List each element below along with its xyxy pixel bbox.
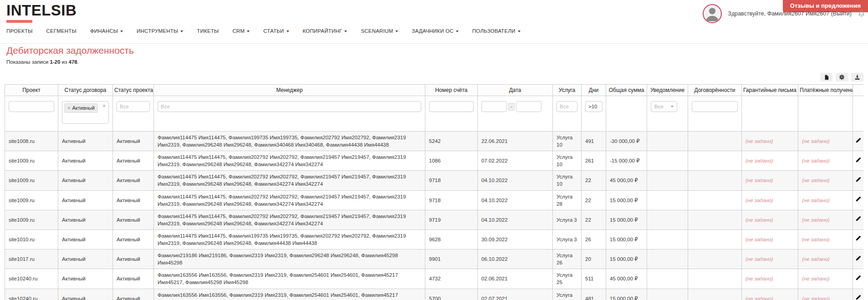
invoice-cell: 5242 [425, 132, 478, 151]
pencil-icon [855, 275, 861, 281]
warranty-cell[interactable]: (не задано) [742, 132, 798, 151]
col-header-manager[interactable]: Менеджер [154, 85, 425, 96]
nav-item-taskbooks-os[interactable]: ЗАДАЧНИКИ ОС [412, 28, 459, 34]
col-header-project[interactable]: Проект [5, 85, 58, 96]
nav-item-tickets[interactable]: ТИКЕТЫ [197, 28, 219, 34]
warranty-cell[interactable]: (не задано) [742, 171, 798, 190]
warranty-cell[interactable]: (не задано) [742, 229, 798, 249]
payments-cell[interactable]: (не задано) [798, 229, 853, 249]
service-filter-input[interactable] [557, 101, 577, 112]
payments-cell[interactable]: (не задано) [798, 269, 853, 289]
edit-action-cell[interactable] [853, 269, 864, 289]
nav-item-users[interactable]: ПОЛЬЗОВАТЕЛИ [472, 28, 521, 34]
clear-filter-icon[interactable]: × [102, 102, 106, 110]
project-cell: site1009.ru [5, 171, 58, 190]
edit-action-cell[interactable] [853, 210, 864, 229]
nav-item-crm[interactable]: CRM [232, 28, 250, 34]
chevron-down-icon [344, 31, 347, 32]
agreements-filter-input[interactable] [692, 101, 738, 112]
payments-cell[interactable]: (не задано) [798, 171, 853, 190]
payments-cell[interactable]: (не задано) [798, 190, 853, 210]
nav-item-segments[interactable]: СЕГМЕНТЫ [46, 28, 77, 34]
col-header-service[interactable]: Услуга [553, 85, 582, 96]
edit-action-cell[interactable] [853, 190, 864, 210]
payments-cell[interactable]: (не задано) [798, 249, 853, 269]
col-header-days[interactable]: Дни [582, 85, 606, 96]
project-filter-input[interactable] [9, 101, 54, 112]
project-status-cell: Активный [113, 210, 154, 229]
avatar[interactable] [703, 4, 722, 23]
total-cell: 15 000,00 ₽ [606, 289, 647, 300]
days-cell: 511 [582, 269, 606, 289]
edit-action-cell[interactable] [853, 151, 864, 171]
nav-item-finances[interactable]: ФИНАНСЫ [90, 28, 123, 34]
export-button[interactable] [851, 73, 863, 81]
manager-cell: Фамилия114475 Имя114475, Фамилия202792 И… [154, 190, 425, 210]
logout-link[interactable]: (Выйти) [831, 10, 852, 17]
document-button[interactable] [820, 73, 832, 81]
days-filter-input[interactable] [585, 101, 602, 112]
notifications-bell[interactable] [858, 10, 865, 18]
receivables-table: Проект Статус договора Статус проекта Ме… [5, 84, 863, 300]
bell-icon [858, 10, 865, 18]
settings-button[interactable] [836, 73, 848, 81]
manager-filter-input[interactable] [158, 101, 421, 112]
date-cell: 02.07.2021 [478, 289, 553, 300]
export-icon [854, 74, 860, 80]
agreements-filter-cell [688, 96, 742, 132]
notification-filter-select[interactable]: Все [651, 101, 677, 112]
payments-cell[interactable]: (не задано) [798, 151, 853, 171]
remove-tag-icon[interactable]: × [67, 105, 70, 112]
total-cell: 15 000,00 ₽ [606, 249, 647, 269]
table-row: site1017.ru Активный Активный Фамилия219… [5, 249, 864, 269]
col-header-date[interactable]: Дата [478, 85, 553, 96]
nav-item-scenarium[interactable]: SCENARIUM [361, 28, 398, 34]
payments-cell[interactable]: (не задано) [798, 289, 853, 300]
contract-status-filter[interactable]: ×Активный × [62, 101, 109, 124]
date-filter-cell: - [478, 96, 553, 132]
agreements-cell [688, 190, 742, 210]
edit-action-cell[interactable] [853, 249, 864, 269]
edit-action-cell[interactable] [853, 171, 864, 190]
nav-item-instruments[interactable]: ИНСТРУМЕНТЫ [137, 28, 183, 34]
warranty-cell[interactable]: (не задано) [742, 269, 798, 289]
pencil-icon [855, 255, 861, 261]
header-row: Проект Статус договора Статус проекта Ме… [5, 85, 864, 96]
col-header-payments[interactable]: Платёжные получения [798, 85, 853, 96]
table-body: site1008.ru Активный Активный Фамилия114… [5, 132, 864, 300]
col-header-agreements[interactable]: Договорённости [688, 85, 742, 96]
service-cell: Услуга 26 [553, 249, 582, 269]
edit-action-cell[interactable] [853, 229, 864, 249]
payments-cell[interactable]: (не задано) [798, 210, 853, 229]
warranty-cell[interactable]: (не задано) [742, 151, 798, 171]
project-status-filter-input[interactable] [117, 101, 150, 112]
col-header-total[interactable]: Общая сумма [606, 85, 647, 96]
col-header-invoice[interactable]: Номер счёта [425, 85, 478, 96]
edit-action-cell[interactable] [853, 132, 864, 151]
top-header: INTELSIB Отзывы и предложения Здравствуй… [0, 0, 868, 44]
date-to-input[interactable] [516, 101, 541, 112]
warranty-cell[interactable]: (не задано) [742, 249, 798, 269]
col-header-project-status[interactable]: Статус проекта [113, 85, 154, 96]
nav-item-articles[interactable]: СТАТЬИ [263, 28, 289, 34]
warranty-cell[interactable]: (не задано) [742, 190, 798, 210]
col-header-contract-status[interactable]: Статус договора [58, 85, 113, 96]
receivables-table-wrap: Проект Статус договора Статус проекта Ме… [5, 84, 863, 300]
warranty-cell[interactable]: (не задано) [742, 210, 798, 229]
col-header-notification[interactable]: Уведомление [647, 85, 688, 96]
nav-item-projects[interactable]: ПРОЕКТЫ [6, 28, 33, 34]
date-separator: - [508, 103, 515, 111]
notification-cell [647, 289, 688, 300]
date-from-input[interactable] [481, 101, 507, 112]
project-cell: site10240.ru [5, 289, 58, 300]
invoice-filter-input[interactable] [429, 101, 474, 112]
warranty-cell[interactable]: (не задано) [742, 289, 798, 300]
nav-item-copywriting[interactable]: КОПИРАЙТИНГ [303, 28, 347, 34]
pencil-icon [855, 157, 861, 163]
payments-cell[interactable]: (не задано) [798, 132, 853, 151]
service-cell: Услуга 10 [553, 151, 582, 171]
person-silhouette-icon [704, 5, 721, 22]
col-header-warranty[interactable]: Гарантийные письма [742, 85, 798, 96]
date-cell: 22.06.2021 [478, 132, 553, 151]
edit-action-cell[interactable] [853, 289, 864, 300]
